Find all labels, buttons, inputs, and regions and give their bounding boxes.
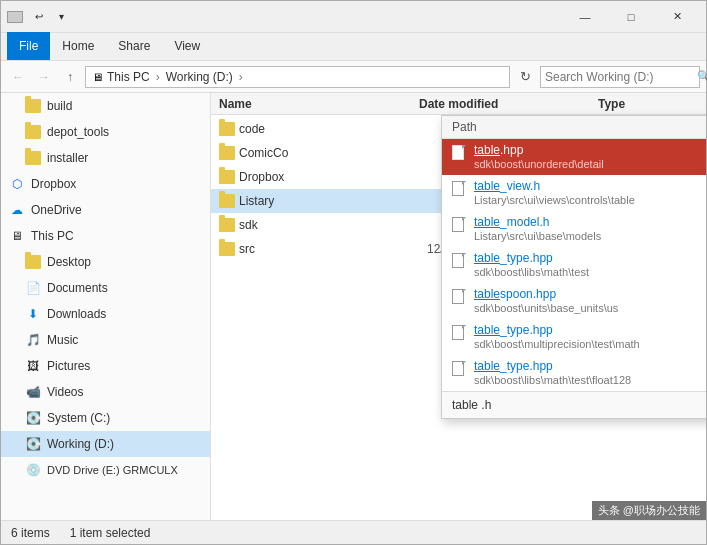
ac-filename: table_type.hpp <box>474 323 640 337</box>
sidebar-label: installer <box>47 151 88 165</box>
sidebar-label: depot_tools <box>47 125 109 139</box>
sidebar-label: Downloads <box>47 307 106 321</box>
file-icon <box>452 181 466 197</box>
folder-icon <box>219 242 235 256</box>
sidebar-item-documents[interactable]: 📄 Documents <box>1 275 210 301</box>
sidebar-item-depot-tools[interactable]: depot_tools <box>1 119 210 145</box>
ac-filepath: sdk\boost\multiprecision\test\math <box>474 338 640 350</box>
sidebar-label: Desktop <box>47 255 91 269</box>
address-path[interactable]: 🖥 This PC › Working (D:) › <box>85 66 510 88</box>
ac-filepath: sdk\boost\libs\math\test\float128 <box>474 374 631 386</box>
autocomplete-search-input[interactable] <box>452 398 706 412</box>
back-button[interactable]: ← <box>7 66 29 88</box>
tab-home[interactable]: Home <box>50 32 106 60</box>
sidebar-item-pictures[interactable]: 🖼 Pictures <box>1 353 210 379</box>
sidebar-item-system-c[interactable]: 💽 System (C:) <box>1 405 210 431</box>
column-header: Name Date modified Type <box>211 93 706 115</box>
folder-icon <box>219 170 235 184</box>
autocomplete-item-3[interactable]: table_type.hpp sdk\boost\libs\math\test <box>442 247 706 283</box>
ribbon-tabs: File Home Share View <box>1 33 706 61</box>
ac-filepath: sdk\boost\unordered\detail <box>474 158 604 170</box>
refresh-button[interactable]: ↻ <box>514 66 536 88</box>
tab-file[interactable]: File <box>7 32 50 60</box>
qat-back[interactable]: ↩ <box>29 7 49 27</box>
file-icon <box>452 145 466 161</box>
qat-arrow[interactable]: ▾ <box>51 7 71 27</box>
file-icon <box>452 325 466 341</box>
file-name: code <box>239 122 423 136</box>
ac-filename: table_view.h <box>474 179 635 193</box>
sidebar-item-installer[interactable]: installer <box>1 145 210 171</box>
dvd-icon: 💿 <box>25 462 41 478</box>
tab-share[interactable]: Share <box>106 32 162 60</box>
drive-icon: 💽 <box>25 436 41 452</box>
autocomplete-item-1[interactable]: table_view.h Listary\src\ui\views\contro… <box>442 175 706 211</box>
sidebar-label: Working (D:) <box>47 437 114 451</box>
sidebar-item-onedrive[interactable]: ☁ OneDrive <box>1 197 210 223</box>
pc-icon: 🖥 <box>92 71 103 83</box>
sidebar-item-downloads[interactable]: ⬇ Downloads <box>1 301 210 327</box>
autocomplete-item-6[interactable]: table_type.hpp sdk\boost\libs\math\test\… <box>442 355 706 391</box>
ac-item-content: table_type.hpp sdk\boost\multiprecision\… <box>474 323 640 350</box>
ribbon: File Home Share View <box>1 33 706 61</box>
videos-icon: 📹 <box>25 384 41 400</box>
sidebar-label: build <box>47 99 72 113</box>
address-separator-2: › <box>239 70 243 84</box>
ac-item-content: tablespoon.hpp sdk\boost\units\base_unit… <box>474 287 618 314</box>
minimize-button[interactable]: — <box>562 1 608 33</box>
documents-icon: 📄 <box>25 280 41 296</box>
ac-filename: table.hpp <box>474 143 604 157</box>
ac-item-content: table_view.h Listary\src\ui\views\contro… <box>474 179 635 206</box>
close-button[interactable]: ✕ <box>654 1 700 33</box>
main-content: build depot_tools installer ⬡ Dropbox ☁ … <box>1 93 706 520</box>
tab-view[interactable]: View <box>162 32 212 60</box>
col-type-header[interactable]: Type <box>598 97 698 111</box>
ac-item-content: table_model.h Listary\src\ui\base\models <box>474 215 601 242</box>
file-name: Dropbox <box>239 170 423 184</box>
status-bar: 6 items 1 item selected <box>1 520 706 544</box>
autocomplete-item-2[interactable]: table_model.h Listary\src\ui\base\models <box>442 211 706 247</box>
sidebar-label: This PC <box>31 229 74 243</box>
forward-button[interactable]: → <box>33 66 55 88</box>
sidebar-label: Dropbox <box>31 177 76 191</box>
sidebar-item-build[interactable]: build <box>1 93 210 119</box>
search-icon[interactable]: 🔍 <box>697 70 707 83</box>
music-icon: 🎵 <box>25 332 41 348</box>
search-input[interactable] <box>545 70 695 84</box>
folder-icon <box>219 218 235 232</box>
sidebar-item-music[interactable]: 🎵 Music <box>1 327 210 353</box>
sidebar-label: Music <box>47 333 78 347</box>
sidebar-label: OneDrive <box>31 203 82 217</box>
sidebar-item-desktop[interactable]: Desktop <box>1 249 210 275</box>
dropbox-icon: ⬡ <box>9 176 25 192</box>
drive-icon: 💽 <box>25 410 41 426</box>
selected-count: 1 item selected <box>70 526 151 540</box>
col-name-header[interactable]: Name <box>219 97 419 111</box>
sidebar-item-dropbox[interactable]: ⬡ Dropbox <box>1 171 210 197</box>
file-icon <box>452 253 466 269</box>
autocomplete-item-5[interactable]: table_type.hpp sdk\boost\multiprecision\… <box>442 319 706 355</box>
folder-icon <box>25 151 41 165</box>
file-icon <box>452 217 466 233</box>
sidebar-item-this-pc[interactable]: 🖥 This PC <box>1 223 210 249</box>
col-date-header[interactable]: Date modified <box>419 97 598 111</box>
ac-filename: tablespoon.hpp <box>474 287 618 301</box>
autocomplete-item-4[interactable]: tablespoon.hpp sdk\boost\units\base_unit… <box>442 283 706 319</box>
pc-icon: 🖥 <box>9 228 25 244</box>
sidebar-item-videos[interactable]: 📹 Videos <box>1 379 210 405</box>
pictures-icon: 🖼 <box>25 358 41 374</box>
sidebar-item-dvd[interactable]: 💿 DVD Drive (E:) GRMCULX <box>1 457 210 483</box>
search-box[interactable]: 🔍 <box>540 66 700 88</box>
sidebar-label: System (C:) <box>47 411 110 425</box>
ac-item-content: table_type.hpp sdk\boost\libs\math\test\… <box>474 359 631 386</box>
autocomplete-dropdown: Path 100+ table.hpp sdk\boost\unordered\… <box>441 115 706 419</box>
address-this-pc: This PC <box>107 70 150 84</box>
maximize-button[interactable]: □ <box>608 1 654 33</box>
sidebar-item-working-d[interactable]: 💽 Working (D:) <box>1 431 210 457</box>
folder-icon <box>25 255 41 269</box>
file-name: src <box>239 242 423 256</box>
up-button[interactable]: ↑ <box>59 66 81 88</box>
sidebar: build depot_tools installer ⬡ Dropbox ☁ … <box>1 93 211 520</box>
file-explorer-window: ↩ ▾ — □ ✕ File Home Share View ← → ↑ 🖥 T… <box>0 0 707 545</box>
autocomplete-item-0[interactable]: table.hpp sdk\boost\unordered\detail <box>442 139 706 175</box>
